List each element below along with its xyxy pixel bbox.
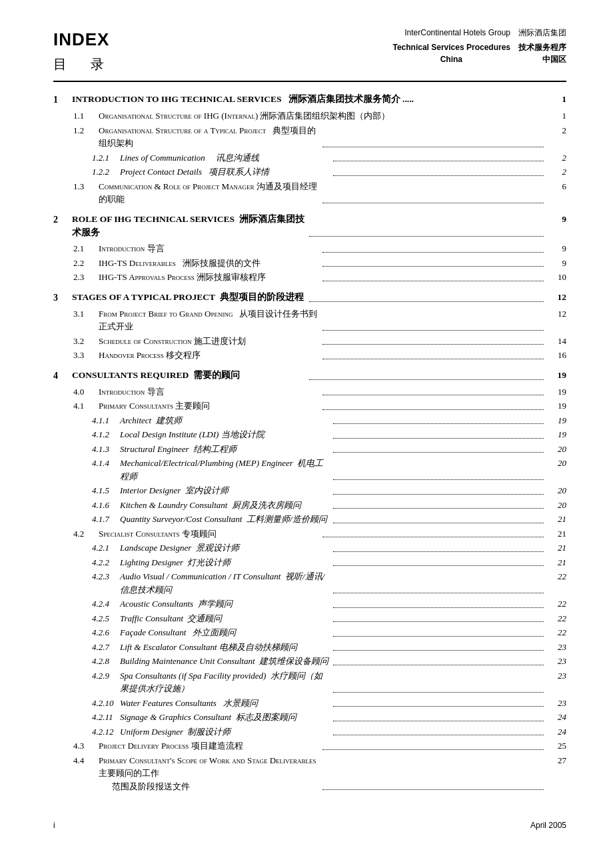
sub-entry-3-2: 3.2 Schedule of Construction 施工进度计划 14 xyxy=(53,335,566,348)
subsub-entry-4-2-5: 4.2.5 Traffic Consultant 交通顾问 22 xyxy=(53,612,566,625)
sub-2-1-page: 9 xyxy=(546,242,566,255)
subsub-4-1-1-num: 4.1.1 xyxy=(92,414,120,427)
section-1-num: 1 xyxy=(53,93,72,107)
subsub-4-1-7-page: 21 xyxy=(546,513,566,526)
sub-entry-4-0: 4.0 Introduction 导言 19 xyxy=(53,385,566,399)
subsub-entry-4-2-9: 4.2.9 Spa Consultants (if Spa Facility p… xyxy=(53,669,566,695)
subsub-4-2-7-title: Lift & Escalator Consultant 电梯及自动扶梯顾问 xyxy=(120,641,330,654)
subsub-entry-4-2-2: 4.2.2 Lighting Designer 灯光设计师 21 xyxy=(53,556,566,569)
sub-entry-2-2: 2.2 IHG-TS Deliverables 洲际技服提供的文件 9 xyxy=(53,257,566,270)
dots-4-3 xyxy=(322,749,544,750)
dots-4-1-3 xyxy=(333,452,544,453)
sub-1-2-title: Organisational Structure of a Typical Pr… xyxy=(99,124,320,150)
subsub-4-2-6-page: 22 xyxy=(546,626,566,639)
subsub-4-1-7-title: Quantity Surveyor/Cost Consultant 工料测量师/… xyxy=(120,513,330,526)
subsub-4-1-5-num: 4.1.5 xyxy=(92,484,120,497)
dots-4-2-1 xyxy=(333,551,544,552)
sub-2-3-title: IHG-TS Approvals Process 洲际技服审核程序 xyxy=(99,271,320,284)
subsub-4-2-8-num: 4.2.8 xyxy=(92,655,120,668)
subsub-entry-4-1-1: 4.1.1 Architect 建筑师 19 xyxy=(53,414,566,427)
sub-1-1-title: Organisational Structure of IHG (Interna… xyxy=(99,109,546,123)
sub-entry-4-3: 4.3 Project Delivery Process 项目建造流程 25 xyxy=(53,739,566,753)
subsub-entry-4-2-1: 4.2.1 Landscape Designer 景观设计师 21 xyxy=(53,541,566,555)
sub-4-3-page: 25 xyxy=(546,739,566,753)
sub-1-2-page: 2 xyxy=(546,124,566,150)
sub-entry-4-1: 4.1 Primary Consultants 主要顾问 19 xyxy=(53,399,566,413)
sub-3-3-title: Handover Process 移交程序 xyxy=(99,349,320,362)
subsub-4-2-6-title: Façade Consultant 外立面顾问 xyxy=(120,626,330,639)
sub-2-2-title: IHG-TS Deliverables 洲际技服提供的文件 xyxy=(99,257,320,270)
sub-1-2-num: 1.2 xyxy=(73,124,99,150)
subsub-entry-4-2-4: 4.2.4 Acoustic Consultants 声学顾问 22 xyxy=(53,597,566,611)
dots-4-4 xyxy=(322,789,544,790)
subsub-entry-4-1-3: 4.1.3 Structural Engineer 结构工程师 20 xyxy=(53,443,566,456)
subsub-4-1-5-title: Interior Designer 室内设计师 xyxy=(120,484,330,497)
subsub-4-2-10-page: 23 xyxy=(546,697,566,710)
header-left: INDEX 目 录 xyxy=(53,27,109,74)
sub-3-2-num: 3.2 xyxy=(73,335,99,348)
sub-entry-2-3: 2.3 IHG-TS Approvals Process 洲际技服审核程序 10 xyxy=(53,271,566,284)
subsub-4-2-2-title: Lighting Designer 灯光设计师 xyxy=(120,556,330,569)
subsub-4-2-9-page: 23 xyxy=(546,669,566,695)
service-procedures: Technical Services Procedures 技术服务程序 xyxy=(392,41,566,53)
subsub-4-2-12-title: Uniform Designer 制服设计师 xyxy=(120,725,330,739)
sub-entry-1-1: 1.1 Organisational Structure of IHG (Int… xyxy=(53,109,566,123)
subsub-4-1-3-title: Structural Engineer 结构工程师 xyxy=(120,443,330,456)
sub-2-3-num: 2.3 xyxy=(73,271,99,284)
sub-3-1-title: From Project Brief to Grand Opening 从项目设… xyxy=(99,307,320,333)
dots-1-2-2 xyxy=(333,175,544,176)
sub-3-3-num: 3.3 xyxy=(73,349,99,362)
index-title-zh: 目 录 xyxy=(53,54,109,74)
subsub-4-2-1-page: 21 xyxy=(546,541,566,555)
subsub-4-1-1-page: 19 xyxy=(546,414,566,427)
dots-4-1-1 xyxy=(333,423,544,424)
sub-entry-1-3: 1.3 Communication & Role of Project Mana… xyxy=(53,180,566,206)
sub-1-1-num: 1.1 xyxy=(73,109,99,123)
sub-4-4-num: 4.4 xyxy=(73,754,99,793)
section-2-heading: 2 ROLE OF IHG TECHNICAL SERVICES 洲际酒店集团技… xyxy=(53,213,566,240)
index-title-en: INDEX xyxy=(53,27,109,53)
country-label: China 中国区 xyxy=(392,53,566,65)
subsub-4-2-10-num: 4.2.10 xyxy=(92,697,120,710)
footer-page-number: i xyxy=(53,819,55,831)
sub-2-2-num: 2.2 xyxy=(73,257,99,270)
subsub-4-1-2-num: 4.1.2 xyxy=(92,428,120,441)
section-4-title: CONSULTANTS REQUIRED 需要的顾问 xyxy=(72,369,306,383)
dots-4-2-5 xyxy=(333,621,544,622)
section-3-heading: 3 STAGES OF A TYPICAL PROJECT 典型项目的阶段进程 … xyxy=(53,291,566,305)
section-1-page: 1 xyxy=(546,93,566,107)
subsub-4-2-10-title: Water Features Consultants 水景顾问 xyxy=(120,697,330,710)
subsub-4-2-4-page: 22 xyxy=(546,597,566,611)
subsub-4-1-3-num: 4.1.3 xyxy=(92,443,120,456)
subsub-4-2-6-num: 4.2.6 xyxy=(92,626,120,639)
sub-4-0-page: 19 xyxy=(546,385,566,399)
sub-entry-4-2: 4.2 Specialist Consultants 专项顾问 21 xyxy=(53,527,566,541)
sub-entry-3-1: 3.1 From Project Brief to Grand Opening … xyxy=(53,307,566,333)
subsub-4-2-7-num: 4.2.7 xyxy=(92,641,120,654)
dots-4-2-7 xyxy=(333,650,544,651)
sub-2-2-page: 9 xyxy=(546,257,566,270)
subsub-4-1-7-num: 4.1.7 xyxy=(92,513,120,526)
subsub-4-1-2-title: Local Design Institute (LDI) 当地设计院 xyxy=(120,428,330,441)
header-divider xyxy=(53,81,566,82)
dots-2-2 xyxy=(322,266,544,267)
section-3-page: 12 xyxy=(546,291,566,305)
subsub-4-1-4-title: Mechanical/Electrical/Plumbing (MEP) Eng… xyxy=(120,457,330,483)
subsub-entry-1-2-1: 1.2.1 Lines of Communication 讯息沟通线 2 xyxy=(53,151,566,165)
subsub-4-1-3-page: 20 xyxy=(546,443,566,456)
page-header: INDEX 目 录 InterContinental Hotels Group … xyxy=(53,27,566,74)
section-4-page: 19 xyxy=(546,369,566,383)
sub-3-2-page: 14 xyxy=(546,335,566,348)
sub-2-3-page: 10 xyxy=(546,271,566,284)
subsub-4-2-3-num: 4.2.3 xyxy=(92,570,120,596)
subsub-entry-4-2-12: 4.2.12 Uniform Designer 制服设计师 24 xyxy=(53,725,566,739)
sub-4-1-title: Primary Consultants 主要顾问 xyxy=(99,399,320,413)
section-2-title: ROLE OF IHG TECHNICAL SERVICES 洲际酒店集团技术服… xyxy=(72,213,306,240)
subsub-entry-4-1-4: 4.1.4 Mechanical/Electrical/Plumbing (ME… xyxy=(53,457,566,483)
subsub-4-2-4-title: Acoustic Consultants 声学顾问 xyxy=(120,597,330,611)
subsub-4-2-3-title: Audio Visual / Communication / IT Consul… xyxy=(120,570,330,596)
section-4-heading: 4 CONSULTANTS REQUIRED 需要的顾问 19 xyxy=(53,369,566,383)
dots-2-1 xyxy=(322,252,544,253)
subsub-entry-4-1-5: 4.1.5 Interior Designer 室内设计师 20 xyxy=(53,484,566,497)
subsub-4-1-6-num: 4.1.6 xyxy=(92,499,120,512)
